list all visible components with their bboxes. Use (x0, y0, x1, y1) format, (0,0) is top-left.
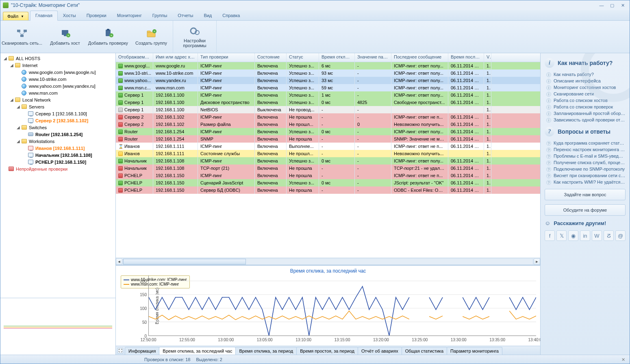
tree-item[interactable]: www.yahoo.com [www.yandex.ru] (1, 82, 115, 89)
table-row[interactable]: Сервер 2192.168.1.102ICMP-пингВключенаНе… (116, 113, 540, 121)
tree-twist[interactable]: ◢ (3, 56, 8, 61)
host-tree[interactable]: ◢ALL HOSTS◢Internetwww.google.com [www.g… (0, 53, 115, 298)
help-link[interactable]: ?Как настроить WMI? Не удаётся нас... (546, 180, 626, 185)
tree-item[interactable]: Иванов [192.168.1.111] (1, 145, 115, 152)
vk-icon[interactable]: W (592, 230, 602, 241)
scroll-track[interactable] (123, 258, 533, 265)
ribbon-addcheck-button[interactable]: +Добавить проверку (87, 21, 130, 53)
help-link[interactable]: iРабота со списком проверок (546, 104, 626, 110)
mail-icon[interactable]: @ (615, 230, 626, 241)
menu-tab-5[interactable]: Отчеты (172, 11, 198, 20)
tree-item[interactable]: ◢Servers (1, 103, 115, 110)
table-row[interactable]: Router192.168.1.254ICMP-пингВключенаУспе… (116, 128, 540, 135)
twitter-icon[interactable]: 𝕏 (556, 230, 567, 241)
tree-item[interactable]: PCHELP [192.168.1.150] (1, 158, 115, 165)
table-row[interactable]: Router192.168.1.254SNMPВключенаНе прошла… (116, 135, 540, 143)
help-link[interactable]: ?Подключение по SNMP-протоколу (546, 167, 626, 172)
tree-item[interactable]: www.10-strike.com (1, 76, 115, 82)
scroll-thumb[interactable] (123, 259, 246, 264)
menu-tab-3[interactable]: Мониторинг (112, 11, 147, 20)
table-row[interactable]: Сервер 1192.168.1.100Дисковое пространст… (116, 99, 540, 106)
file-menu-button[interactable]: Файл ▼ (3, 12, 28, 20)
chart-tab-3[interactable]: Время простоя, за период (296, 347, 358, 355)
table-row[interactable]: Иванов192.168.1.111Состояние службыВключ… (116, 150, 540, 157)
chart-tab-2[interactable]: Время отклика, за период (235, 347, 297, 355)
help-link[interactable]: iМониторинг состояния хостов (546, 85, 626, 90)
tree-item[interactable]: www.msn.com (1, 89, 115, 96)
menu-tab-4[interactable]: Группы (147, 11, 173, 20)
grid-body[interactable]: www.googl...www.google.ruICMP-пингВключе… (116, 62, 540, 258)
help-link[interactable]: iКак начать работу? (546, 72, 626, 77)
ok-icon[interactable]: ⵒ (604, 230, 614, 241)
tree-item[interactable]: ◢ALL HOSTS (1, 55, 115, 62)
ask-question-button[interactable]: Задайте нам вопрос (545, 189, 626, 200)
column-header-0[interactable]: Отображаемо... (116, 53, 153, 62)
column-header-9[interactable]: V (484, 53, 491, 62)
table-row[interactable]: www.10-stri...www.10-strike.comICMP-пинг… (116, 69, 540, 77)
feed-icon[interactable]: ◉ (568, 230, 578, 241)
linkedin-icon[interactable]: in (580, 230, 590, 241)
chart-tab-1[interactable]: Время отклика, за последний час (159, 347, 236, 355)
tree-twist[interactable]: ◢ (9, 98, 14, 102)
table-row[interactable]: Начальник192.168.1.108ICMP-пингВключенаУ… (116, 157, 540, 165)
table-row[interactable]: Начальник192.168.1.108TCP-порт (21)Включ… (116, 165, 540, 172)
table-row[interactable]: Сервер 1192.168.1.100NetBIOSВыключенаНе … (116, 106, 540, 113)
help-link[interactable]: ?Виснет при сканировании сети с вк... (546, 173, 626, 178)
tree-item[interactable]: ◢Workstations (1, 138, 115, 145)
column-header-4[interactable]: Статус (287, 53, 319, 62)
tree-twist[interactable]: ◢ (9, 63, 14, 67)
table-row[interactable]: www.msn.c...www.msn.comICMP-пингВключена… (116, 84, 540, 91)
help-link[interactable]: ?Получение списка служб, процессов... (546, 160, 626, 165)
tree-twist[interactable]: ◢ (16, 139, 21, 143)
tree-item[interactable]: ◢Local Network (1, 96, 115, 103)
menu-tab-2[interactable]: Проверки (81, 11, 112, 20)
menu-tab-7[interactable]: Справка (217, 11, 245, 20)
column-header-7[interactable]: Последнее сообщение (391, 53, 448, 62)
table-row[interactable]: PCHELP192.168.1.150ICMP-пингВключенаНе п… (116, 172, 540, 179)
tree-item[interactable]: Сервер 2 [192.168.1.102] (1, 117, 115, 124)
table-row[interactable]: ⌛Иванов192.168.1.111ICMP-пингВключенаВып… (116, 143, 540, 150)
help-link[interactable]: ?Проблемы с E-mail и SMS-уведомлен... (546, 154, 626, 159)
close-button[interactable]: ✕ (618, 2, 627, 9)
ribbon-scan-button[interactable]: Сканировать сеть... (0, 21, 43, 53)
tree-item[interactable]: ◢Switches (1, 124, 115, 131)
column-header-3[interactable]: Состояние (255, 53, 287, 62)
tree-item[interactable]: Сервер 1 [192.168.1.100] (1, 110, 115, 117)
facebook-icon[interactable]: f (545, 230, 555, 241)
tree-item[interactable]: Router [192.168.1.254] (1, 131, 115, 138)
help-link[interactable]: iСканирование сети (546, 91, 626, 97)
ribbon-addhost-button[interactable]: +Добавить хост (43, 21, 87, 53)
scroll-left-button[interactable]: ◄ (116, 258, 122, 265)
scroll-right-button[interactable]: ► (534, 258, 540, 265)
tree-item[interactable]: www.google.com [www.google.ru] (1, 69, 115, 76)
column-header-2[interactable]: Тип проверки (198, 53, 255, 62)
table-row[interactable]: www.googl...www.google.ruICMP-пингВключе… (116, 62, 540, 69)
expand-chart-button[interactable]: ⛶ (117, 348, 123, 353)
table-row[interactable]: www.yahoo...www.yandex.ruICMP-пингВключе… (116, 77, 540, 84)
help-link[interactable]: iРабота со списком хостов (546, 98, 626, 103)
help-link[interactable]: iОписание интерфейса (546, 78, 626, 84)
column-header-1[interactable]: Имя или адрес хо... (153, 53, 198, 62)
tree-twist[interactable]: ◢ (16, 125, 21, 130)
maximize-button[interactable]: ▢ (608, 2, 617, 9)
column-header-6[interactable]: Значение пар... (355, 53, 391, 62)
table-row[interactable]: Сервер 2192.168.1.102Размер файлаВключен… (116, 121, 540, 128)
help-link[interactable]: ?Перенос настроек мониторинга на д... (546, 147, 626, 152)
chart-tab-6[interactable]: Параметр мониторинга (447, 347, 502, 355)
tree-item[interactable]: Непройденные проверки (1, 165, 115, 172)
menu-tab-6[interactable]: Вид (198, 11, 217, 20)
menu-tab-1[interactable]: Хосты (58, 11, 81, 20)
statusbar-close-button[interactable]: ✕ (620, 356, 626, 363)
help-link[interactable]: iЗапланированный простой оборудов... (546, 111, 626, 116)
table-row[interactable]: PCHELP192.168.1.150Сервер БД (ODBC)Включ… (116, 186, 540, 194)
tree-item[interactable]: ◢Internet (1, 62, 115, 69)
horizontal-scrollbar[interactable]: ◄ ► (116, 258, 540, 265)
ribbon-settings-button[interactable]: Настройки программы (173, 21, 216, 53)
tree-twist[interactable]: ◢ (16, 104, 21, 109)
chart-tab-4[interactable]: Отчёт об авариях (358, 347, 402, 355)
chart-tab-5[interactable]: Общая статистика (402, 347, 447, 355)
discuss-forum-button[interactable]: Обсудите на форуме (545, 204, 626, 216)
chart-tab-0[interactable]: Информация (125, 347, 159, 355)
minimize-button[interactable]: ― (597, 2, 606, 9)
menu-tab-0[interactable]: Главная (30, 11, 58, 21)
